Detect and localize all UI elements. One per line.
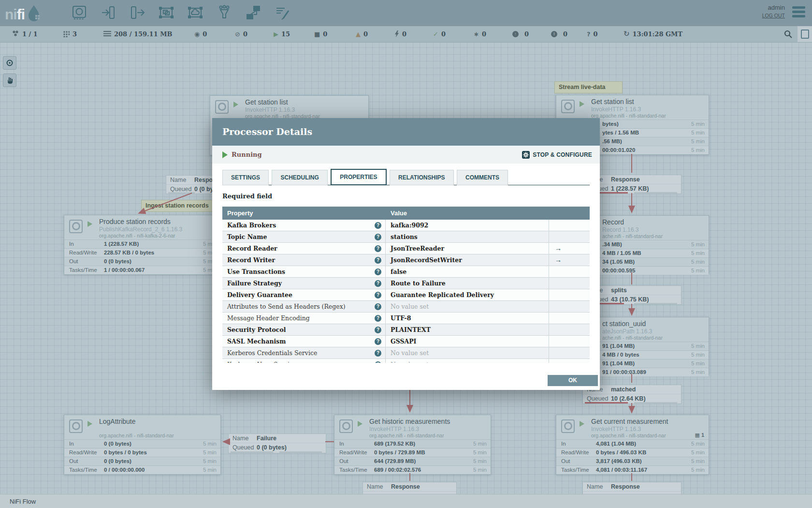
processor-get-historic-measurements[interactable]: Get historic measurements InvokeHTTP 1.1… <box>334 415 491 475</box>
tab-relationships[interactable]: RELATIONSHIPS <box>390 170 453 185</box>
funnel-toolbar-icon[interactable] <box>217 5 233 21</box>
connection-name-row: NameResponse <box>363 482 456 491</box>
processor-header: Produce station records PublishKafkaReco… <box>64 215 220 239</box>
tab-scheduling[interactable]: SCHEDULING <box>272 170 327 185</box>
input-port-toolbar-icon[interactable] <box>101 5 117 21</box>
operate-palette-button[interactable] <box>3 74 16 87</box>
output-port-toolbar-icon[interactable] <box>130 5 146 21</box>
processor-produce-station-records[interactable]: Produce station records PublishKafkaReco… <box>64 215 221 275</box>
property-value[interactable]: No value set <box>386 347 549 359</box>
table-header: Property Value <box>222 207 590 220</box>
tab-properties[interactable]: PROPERTIES <box>331 169 386 185</box>
label-ingest-station-records[interactable]: Ingest station records <box>141 200 213 212</box>
help-icon[interactable]: ? <box>375 361 381 363</box>
sync-failure-icon: ? <box>587 31 591 37</box>
processor-header: Get station list InvokeHTTP 1.16.3 org.a… <box>556 95 709 120</box>
property-value[interactable]: Route to Failure <box>386 278 549 289</box>
processor-type: InvokeHTTP 1.16.3 <box>245 106 295 113</box>
properties-table: Property Value Kafka Brokers? kafka:9092… <box>222 207 590 363</box>
panel-toggle-button[interactable] <box>798 26 812 42</box>
search-icon <box>784 30 792 38</box>
tab-settings[interactable]: SETTINGS <box>222 170 269 185</box>
disabled-icon <box>394 30 399 38</box>
help-icon[interactable]: ? <box>375 234 381 240</box>
goto-service-arrow[interactable]: → <box>555 244 562 252</box>
connection-name-row: NameResponse <box>583 482 681 491</box>
help-icon[interactable]: ? <box>375 350 381 357</box>
help-icon[interactable]: ? <box>375 222 381 229</box>
help-icon[interactable]: ? <box>375 338 381 345</box>
table-row: Topic Name? stations <box>222 231 590 243</box>
table-row: Kerberos User Service? No value set <box>222 359 590 363</box>
table-row: Attributes to Send as Headers (Regex)? N… <box>222 301 590 313</box>
processor-title: Produce station records <box>99 218 171 225</box>
processor-type: InvokeHTTP 1.16.3 <box>369 426 419 433</box>
property-value[interactable]: JsonRecordSetWriter <box>386 254 549 266</box>
required-field-note: Required field <box>222 193 590 200</box>
processor-bundle: org.apache.nifi - nifi-standard-nar <box>591 113 666 119</box>
processor-title: Get historic measurements <box>369 418 450 425</box>
template-toolbar-icon[interactable] <box>246 5 262 21</box>
search-button[interactable] <box>784 26 792 42</box>
property-value[interactable]: PLAINTEXT <box>386 324 549 335</box>
table-row: Message Header Encoding? UTF-8 <box>222 313 590 324</box>
property-name: Use Transactions <box>227 266 285 277</box>
property-value[interactable]: JsonTreeReader <box>386 243 549 254</box>
help-icon[interactable]: ? <box>375 315 381 322</box>
goto-service-arrow[interactable]: → <box>555 256 562 264</box>
breadcrumb[interactable]: NiFi Flow <box>10 498 36 505</box>
stop-and-configure-button[interactable]: STOP & CONFIGURE <box>522 151 592 159</box>
status-not-transmitting: ⊘0 <box>235 26 247 42</box>
table-row: Failure Strategy? Route to Failure <box>222 278 590 289</box>
processor-type: Record 1.16.3 <box>602 226 638 233</box>
ok-button[interactable]: OK <box>548 375 598 386</box>
processor-log-attribute[interactable]: LogAttribute org.apache.nifi - nifi-stan… <box>64 415 221 475</box>
logout-link[interactable]: LOG OUT <box>762 12 785 19</box>
property-value[interactable]: No value set <box>386 301 549 312</box>
connection-queued-row: Queued0 (0 bytes) <box>229 443 326 452</box>
status-queued: 208 / 159.11 MB <box>103 26 173 42</box>
stat-row-in: In4,081 (1.04 MB)5 min <box>556 439 709 448</box>
label-text: Stream live-data <box>559 84 606 90</box>
help-icon[interactable]: ? <box>375 269 381 275</box>
processor-bundle: org.apache.nifi - nifi-kafka-2-6-nar <box>99 233 175 239</box>
property-value[interactable]: stations <box>386 231 549 242</box>
running-status-icon <box>580 421 584 427</box>
help-icon[interactable]: ? <box>375 257 381 264</box>
help-icon[interactable]: ? <box>375 327 381 333</box>
tab-comments[interactable]: COMMENTS <box>457 170 508 185</box>
processor-get-current-measurement[interactable]: Get current measurement InvokeHTTP 1.16.… <box>556 415 709 475</box>
remote-process-group-toolbar-icon[interactable] <box>188 5 204 21</box>
table-row: Kafka Brokers? kafka:9092 <box>222 220 590 231</box>
connection-label-failure[interactable]: NameFailure Queued0 (0 bytes) <box>228 433 326 453</box>
property-value[interactable]: GSSAPI <box>386 336 549 347</box>
help-icon[interactable]: ? <box>375 292 381 299</box>
label-stream-live-data[interactable]: Stream live-data <box>554 81 623 93</box>
nifi-logo: nifi <box>5 4 59 22</box>
refresh-icon[interactable]: ↻ <box>624 31 630 37</box>
processor-toolbar-icon[interactable] <box>72 5 88 21</box>
processor-bundle: org.apache.nifi - nifi-standard-nar <box>99 433 174 438</box>
status-disabled: 0 <box>394 26 406 42</box>
breadcrumb-bar: NiFi Flow <box>0 494 812 508</box>
component-toolbar <box>72 5 291 21</box>
navigate-palette-button[interactable] <box>3 56 16 70</box>
process-group-toolbar-icon[interactable] <box>159 5 175 21</box>
stat-row-in: In1 (228.57 KB)5 min <box>64 239 220 248</box>
property-value[interactable]: kafka:9092 <box>386 220 549 231</box>
processor-header: Get station list InvokeHTTP 1.16.3 org.a… <box>210 96 368 120</box>
label-toolbar-icon[interactable] <box>275 5 291 21</box>
threads-icon <box>63 30 70 38</box>
property-name: Kerberos Credentials Service <box>227 347 317 359</box>
property-value[interactable]: UTF-8 <box>386 313 549 324</box>
global-menu-icon[interactable] <box>792 6 805 19</box>
queue-size-bar <box>634 402 677 403</box>
property-value[interactable]: Guarantee Replicated Delivery <box>386 289 549 300</box>
property-value[interactable]: No value set <box>386 359 549 363</box>
help-icon[interactable]: ? <box>375 245 381 252</box>
help-icon[interactable]: ? <box>375 303 381 310</box>
running-status-icon <box>580 101 584 107</box>
help-icon[interactable]: ? <box>375 280 381 287</box>
status-locally-modified-stale: !0 <box>551 26 567 42</box>
property-value[interactable]: false <box>386 266 549 277</box>
